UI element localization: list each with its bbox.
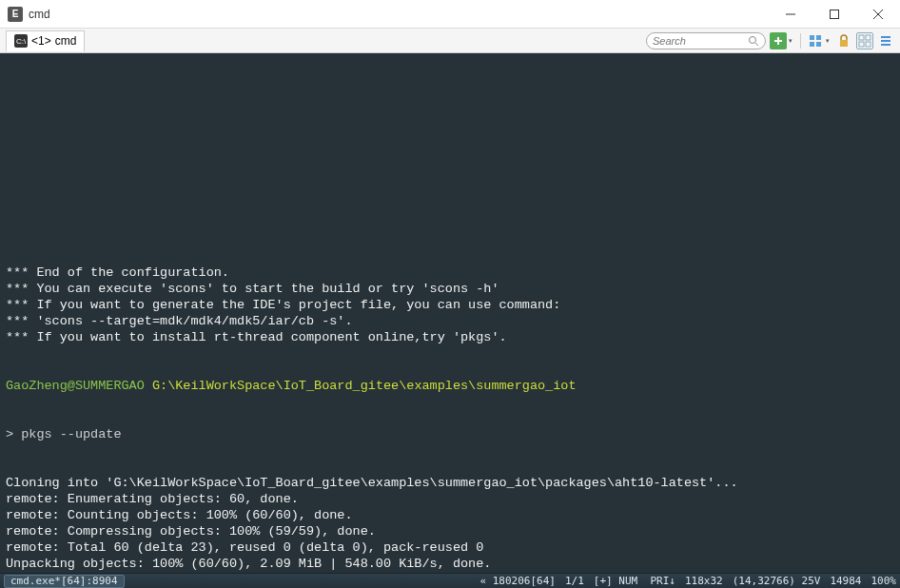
terminal-output-line: ==============================> AHT10 la…	[6, 572, 894, 573]
svg-rect-10	[810, 42, 814, 47]
terminal-output-line: remote: Enumerating objects: 60, done.	[6, 491, 894, 507]
lock-icon[interactable]	[835, 32, 852, 49]
close-button[interactable]	[856, 0, 900, 28]
maximize-button[interactable]	[812, 0, 856, 28]
svg-rect-9	[816, 35, 821, 40]
terminal-output-line: remote: Total 60 (delta 23), reused 0 (d…	[6, 539, 894, 556]
svg-rect-15	[859, 42, 864, 47]
tab-index: <1>	[31, 34, 51, 48]
command-line: > pkgs --update	[6, 426, 894, 442]
app-icon: E	[8, 7, 23, 22]
status-segment: 100%	[871, 575, 897, 587]
terminal-output-line: *** If you want to install rt-thread com…	[6, 329, 894, 345]
terminal-output-line: *** End of the configuration.	[6, 265, 894, 281]
prompt-path: G:\KeilWorkSpace\IoT_Board_gitee\example…	[152, 379, 577, 393]
search-icon	[748, 35, 759, 47]
add-tab-button[interactable]	[770, 32, 787, 49]
svg-line-5	[755, 43, 758, 46]
terminal-output-line: *** You can execute 'scons' to start the…	[6, 281, 894, 297]
window-title: cmd	[29, 8, 50, 21]
titlebar: E cmd	[0, 0, 900, 29]
status-segment: (14,32766) 25V	[733, 575, 821, 587]
svg-rect-8	[810, 35, 814, 40]
terminal-output-line: remote: Counting objects: 100% (60/60), …	[6, 507, 894, 523]
svg-rect-12	[840, 40, 848, 47]
tab-cmd[interactable]: C:\ <1> cmd	[6, 30, 85, 51]
windows-dropdown[interactable]: ▾	[826, 37, 830, 45]
svg-rect-11	[816, 42, 821, 47]
status-segment: 118x32	[685, 575, 723, 587]
terminal-output-line: *** 'scons --target=mdk/mdk4/mdk5/iar/cb…	[6, 313, 894, 329]
svg-rect-1	[831, 10, 839, 18]
tab-label: cmd	[55, 34, 77, 48]
status-segment: 14984	[830, 575, 861, 587]
grid-view-icon[interactable]	[856, 32, 873, 49]
minimize-button[interactable]	[769, 0, 812, 28]
windows-icon[interactable]	[807, 32, 824, 49]
svg-rect-13	[859, 35, 864, 40]
search-input[interactable]	[653, 35, 748, 47]
svg-rect-16	[866, 42, 871, 47]
terminal-output-line: *** If you want to generate the IDE's pr…	[6, 297, 894, 313]
search-box[interactable]	[646, 32, 766, 49]
svg-rect-14	[866, 35, 871, 40]
terminal-output-line: Unpacking objects: 100% (60/60), 2.09 Mi…	[6, 556, 894, 572]
terminal[interactable]: *** End of the configuration.*** You can…	[0, 53, 900, 573]
svg-point-4	[750, 36, 756, 43]
terminal-icon: C:\	[14, 34, 28, 48]
terminal-scrollback-gap	[6, 89, 894, 232]
status-segment: « 180206[64]	[479, 575, 555, 587]
terminal-output-line: remote: Compressing objects: 100% (59/59…	[6, 523, 894, 539]
window-controls	[769, 0, 900, 28]
status-segment: 1/1	[565, 575, 584, 587]
add-tab-dropdown[interactable]: ▾	[789, 37, 792, 45]
tabbar: C:\ <1> cmd ▾ ▾	[0, 29, 900, 53]
statusbar: cmd.exe*[64]:8904 « 180206[64]1/1[+] NUM…	[0, 573, 900, 588]
status-segment: [+] NUM PRI↓	[594, 575, 675, 587]
status-process[interactable]: cmd.exe*[64]:8904	[4, 575, 125, 588]
terminal-output-line: Cloning into 'G:\KeilWorkSpace\IoT_Board…	[6, 475, 894, 491]
toolbar-separator	[800, 33, 801, 49]
prompt-user: GaoZheng@SUMMERGAO	[6, 379, 152, 393]
menu-icon[interactable]	[877, 32, 894, 49]
